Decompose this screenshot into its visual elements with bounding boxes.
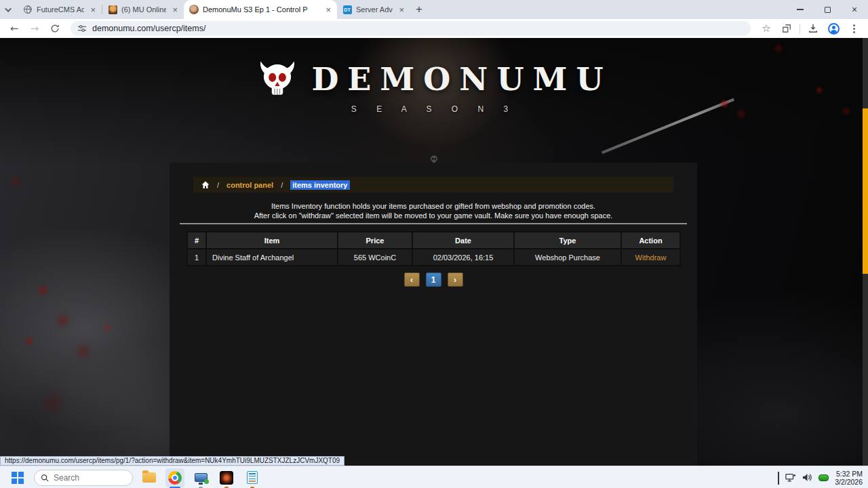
table-row: 1 Divine Staff of Archangel 565 WCoinC 0… (187, 249, 680, 266)
bookmark-star-icon[interactable]: ☆ (757, 20, 775, 37)
computer-icon (195, 473, 208, 482)
webpage: DEMONUMU S E A S O N 3 / control panel /… (0, 38, 868, 466)
demonumu-favicon-icon (189, 5, 199, 14)
kebab-icon (853, 24, 855, 33)
reload-button[interactable] (46, 20, 64, 37)
this-pc-button[interactable] (191, 468, 210, 487)
minimize-icon (797, 9, 804, 10)
breadcrumb: / control panel / items inventory (193, 177, 673, 192)
tray-expand-button[interactable] (778, 472, 779, 484)
close-icon[interactable]: × (170, 5, 180, 15)
withdraw-link[interactable]: Withdraw (635, 253, 667, 262)
chevron-down-icon (5, 5, 12, 12)
folder-icon (142, 472, 156, 483)
tab-futurecms[interactable]: FutureCMS AdminCP × (18, 0, 102, 19)
forward-button: → (26, 20, 43, 37)
site-info-icon[interactable] (77, 24, 87, 33)
windows-logo-icon (12, 472, 24, 484)
window-minimize-button[interactable] (787, 0, 814, 19)
page-scrollbar[interactable] (863, 38, 868, 466)
tab-strip: FutureCMS AdminCP × (6) MU Online Server… (0, 0, 868, 19)
header-date: Date (412, 232, 514, 249)
header-action: Action (621, 232, 680, 249)
pagination-next-button[interactable]: › (448, 272, 463, 287)
logo-subtitle: S E A S O N 3 (0, 104, 868, 114)
description-line-2: After click on "withdraw" selected item … (170, 211, 697, 220)
profile-button[interactable] (825, 20, 842, 37)
cell-type: Webshop Purchase (514, 249, 621, 266)
cell-item: Divine Staff of Archangel (206, 249, 338, 266)
tab-title: Server Advertisements | DarksT (356, 5, 393, 14)
header-item: Item (206, 232, 338, 249)
table-header-row: # Item Price Date Type Action (187, 232, 680, 249)
items-inventory-table: # Item Price Date Type Action 1 Divine S… (186, 231, 681, 266)
blood-splatter-art (0, 38, 4, 42)
chrome-icon (168, 471, 182, 485)
window-close-button[interactable]: × (841, 0, 868, 19)
close-icon[interactable]: × (397, 5, 406, 15)
site-logo: DEMONUMU S E A S O N 3 (0, 60, 868, 114)
network-icon[interactable] (785, 473, 796, 483)
divider (180, 223, 687, 224)
skull-logo-icon (256, 60, 299, 99)
start-button[interactable] (8, 468, 27, 487)
game-icon (220, 471, 233, 485)
ragezone-favicon-icon (108, 5, 117, 14)
pagination: ‹ 1 › (170, 272, 697, 287)
search-icon (41, 474, 49, 482)
status-bar-url: https://demonumu.com/usercp/items/pg/1/?… (0, 456, 344, 466)
game-launcher-button[interactable] (217, 468, 236, 487)
downloads-button[interactable] (804, 20, 822, 37)
back-button[interactable]: ← (5, 20, 23, 37)
tray-clock[interactable]: 5:32 PM 3/2/2026 (835, 470, 863, 486)
taskbar: 5:32 PM 3/2/2026 (0, 466, 868, 488)
breadcrumb-separator: / (281, 181, 283, 189)
reload-icon (50, 24, 60, 33)
pagination-prev-button[interactable]: ‹ (404, 272, 420, 287)
breadcrumb-separator: / (217, 181, 219, 189)
close-icon[interactable]: × (323, 5, 333, 15)
taskbar-search[interactable] (34, 470, 133, 486)
tab-title: (6) MU Online Servers | RaGEZO (121, 5, 166, 14)
header-num: # (187, 232, 206, 249)
new-tab-button[interactable]: + (410, 1, 428, 18)
description-line-1: Items Inventory function holds your item… (170, 201, 697, 211)
avatar (828, 23, 840, 35)
tray-app-icon[interactable] (818, 474, 829, 481)
tab-search-button[interactable] (0, 0, 18, 19)
browser-toolbar: ← → demonumu.com/usercp/items/ ☆ (0, 19, 868, 38)
clock-time: 5:32 PM (835, 470, 863, 478)
window-maximize-button[interactable] (814, 0, 841, 19)
tab-ragezone[interactable]: (6) MU Online Servers | RaGEZO × (102, 0, 184, 19)
tab-demonumu-active[interactable]: DemonuMu S3 Ep 1 - Control P × (184, 0, 337, 19)
breadcrumb-control-panel-link[interactable]: control panel (226, 181, 273, 189)
notepad-button[interactable] (243, 468, 262, 487)
download-icon (808, 24, 818, 33)
window-controls: × (787, 0, 868, 19)
close-icon[interactable]: × (88, 5, 98, 15)
volume-icon[interactable] (802, 473, 812, 482)
menu-kebab-button[interactable] (845, 20, 863, 37)
header-price: Price (338, 232, 412, 249)
extensions-icon[interactable] (778, 20, 795, 37)
url-text[interactable]: demonumu.com/usercp/items/ (92, 24, 205, 33)
darksteam-favicon-icon: DT (342, 5, 352, 14)
screen: { "browser": { "tabs": [ { "title": "Fut… (0, 0, 868, 488)
chrome-button[interactable] (165, 468, 184, 487)
home-icon[interactable] (201, 181, 210, 189)
address-bar[interactable]: demonumu.com/usercp/items/ (71, 21, 751, 36)
cell-date: 02/03/2026, 16:15 (412, 249, 514, 266)
tab-darksteam[interactable]: DT Server Advertisements | DarksT × (337, 0, 410, 19)
chevron-up-icon (778, 472, 779, 485)
inventory-description: Items Inventory function holds your item… (170, 201, 697, 220)
notepad-icon (247, 471, 258, 484)
globe-icon (23, 5, 33, 14)
cell-num: 1 (187, 249, 206, 266)
maximize-icon (825, 7, 831, 13)
pagination-page-1-button[interactable]: 1 (426, 272, 441, 287)
scrollbar-thumb[interactable] (863, 108, 868, 274)
search-input[interactable] (54, 473, 121, 483)
file-explorer-button[interactable] (140, 468, 159, 487)
clock-date: 3/2/2026 (835, 478, 863, 486)
content-panel: / control panel / items inventory Items … (170, 163, 697, 466)
